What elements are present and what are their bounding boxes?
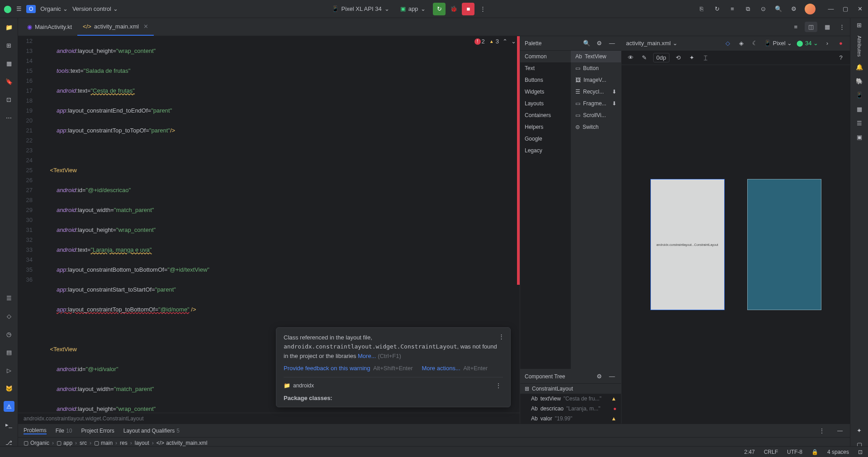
project-tool-icon[interactable]: 📁 [4,22,14,33]
chain-icon[interactable]: ⟲ [674,53,683,62]
design-mode-icon[interactable]: ◇ [723,39,732,48]
file-tab[interactable]: File 10 [56,428,72,434]
tree-row-root[interactable]: ⊞ConstraintLayout [520,384,621,394]
avatar[interactable] [805,4,816,14]
layout-tab[interactable]: Layout and Qualifiers 5 [123,428,180,434]
palette-item-button[interactable]: ▭Button [571,62,621,74]
palette-item-recycler[interactable]: ☰Recycl...⬇ [571,86,621,98]
next-icon[interactable]: › [823,39,832,48]
main-menu-button[interactable]: ☰ [16,5,22,12]
palette-item-scrollview[interactable]: ▭ScrollVi... [571,109,621,121]
nav-res[interactable]: res [120,440,128,446]
more-tool-icon[interactable]: ⋯ [4,112,14,123]
design-canvas[interactable]: androidx.constraintlayout...ConstraintLa… [621,65,850,424]
search-icon[interactable]: 🔍 [774,5,783,14]
design-error-icon[interactable]: ● [836,39,845,48]
sync-icon[interactable]: ≡ [728,5,737,14]
line-ending[interactable]: CRLF [764,449,778,455]
tree-row-valor[interactable]: Abvalor "19.99"▲ [520,414,621,424]
indent[interactable]: 4 spaces [827,449,849,455]
palette-item-imageview[interactable]: 🖼ImageV... [571,74,621,86]
nav-main[interactable]: ▢ main [94,440,113,446]
tab-main-activity[interactable]: ◉ MainActivity.kt [22,18,77,36]
palette-item-switch[interactable]: ⊝Switch [571,121,621,133]
more-actions-button[interactable]: ⋮ [478,5,487,14]
palette-item-textview[interactable]: AbTextView [571,51,621,62]
device-tool-icon[interactable]: ▤ [4,347,14,358]
popup-menu2-button[interactable]: ⋮ [494,381,503,390]
design-preview[interactable]: androidx.constraintlayout...ConstraintLa… [650,179,725,310]
palette-cat-layouts[interactable]: Layouts [520,98,571,109]
up-button[interactable]: ⌃ [503,38,508,45]
margin-dropdown[interactable]: 0dp [653,53,669,62]
popup-menu-button[interactable]: ⋮ [497,332,506,341]
code-with-me-icon[interactable]: ⎘ [697,5,706,14]
run-button[interactable]: ↻ [433,3,446,15]
profiler-tool-icon[interactable]: ◷ [4,329,14,339]
encoding[interactable]: UTF-8 [787,449,802,455]
run-tool-icon[interactable]: ▷ [4,365,14,376]
eye-icon[interactable]: 👁 [626,53,635,62]
nav-app[interactable]: ▢ app [57,440,72,446]
profiler-icon[interactable]: ⧉ [743,5,752,14]
file-dropdown[interactable]: activity_main.xml ⌄ [626,40,678,47]
stop-button[interactable]: ■ [462,3,474,15]
nav-src[interactable]: src [80,440,87,446]
project-dropdown[interactable]: Organic ⌄ [40,5,68,12]
todo-tool-icon[interactable]: ☰ [4,292,14,303]
nav-file[interactable]: </> activity_main.xml [157,440,208,446]
palette-cat-containers[interactable]: Containers [520,109,571,121]
emulator-icon[interactable]: 📱 [856,92,863,99]
more-link[interactable]: More... [358,353,376,359]
align-icon[interactable]: ✦ [688,53,697,62]
more-actions-link[interactable]: More actions... [422,365,460,372]
blueprint-icon[interactable]: ◈ [737,39,746,48]
project-errors-tab[interactable]: Project Errors [81,428,114,434]
palette-cat-common[interactable]: Common [520,51,571,62]
design-view-button[interactable]: ▦ [821,22,834,32]
tree-row-descricao[interactable]: Abdescricao "Laranja, m..."● [520,404,621,414]
down-button[interactable]: ⌄ [511,38,516,45]
palette-cat-helpers[interactable]: Helpers [520,121,571,133]
gradle-icon[interactable]: 🐘 [856,78,863,85]
nav-organic[interactable]: ▢ Organic [24,440,49,446]
problems-minimize-icon[interactable]: — [835,426,844,435]
palette-search-icon[interactable]: 🔍 [582,39,591,48]
attributes-tool[interactable]: Attributes [857,36,862,57]
memory-icon[interactable]: ⊡ [858,449,863,455]
tab-options-button[interactable]: ⋮ [837,23,846,32]
layout-validation-icon[interactable]: ⊞ [857,22,862,28]
structure-tool-icon[interactable]: ⊞ [4,40,14,51]
breadcrumb-bar[interactable]: androidx.constraintlayout.widget.Constra… [18,413,520,424]
problems-options-icon[interactable]: ⋮ [817,426,826,435]
run-config-selector[interactable]: ▣app ⌄ [397,4,430,14]
ai-icon[interactable]: ✦ [857,427,862,434]
nav-layout[interactable]: layout [135,440,149,446]
code-view-button[interactable]: ≡ [790,22,801,32]
logcat-tool-icon[interactable]: 🐱 [4,383,14,394]
palette-cat-text[interactable]: Text [520,62,571,74]
palette-item-fragment[interactable]: ▭Fragme...⬇ [571,98,621,109]
api-dropdown[interactable]: ⬤ 34 ⌄ [797,40,818,47]
app-inspection-icon[interactable]: ▣ [857,134,862,141]
device-selector[interactable]: 📱Pixel XL API 34 ⌄ [328,4,393,14]
close-button[interactable]: ✕ [855,5,864,14]
vcs-dropdown[interactable]: Version control ⌄ [72,5,118,12]
help-icon[interactable]: ? [836,53,845,62]
favorites-tool-icon[interactable]: ◇ [4,311,14,321]
maximize-button[interactable]: ▢ [841,5,850,14]
tree-row-textview[interactable]: AbtextView "Cesta de fru..."▲ [520,394,621,404]
palette-minimize-icon[interactable]: — [607,39,617,48]
palette-settings-icon[interactable]: ⚙ [595,39,604,48]
notifications-icon[interactable]: 🔔 [856,64,863,71]
settings-icon[interactable]: ⚙ [789,5,798,14]
build-tool-icon[interactable]: ⊡ [4,94,14,105]
device-explorer-icon[interactable]: ▦ [857,106,862,113]
blueprint-preview[interactable] [747,179,821,310]
palette-cat-legacy[interactable]: Legacy [520,145,571,156]
night-icon[interactable]: ☾ [750,39,759,48]
problems-tool-icon[interactable]: ⚠ [4,401,14,412]
device-dropdown[interactable]: 📱 Pixel ⌄ [764,40,792,47]
cursor-position[interactable]: 2:47 [744,449,754,455]
reload-icon[interactable]: ↻ [712,5,721,14]
